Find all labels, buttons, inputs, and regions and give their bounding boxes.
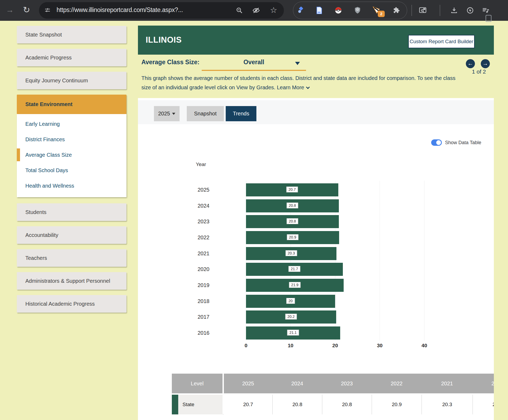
side-panel-search-icon[interactable] [419,7,427,15]
table-header-years: 202520242023202220212020 [224,374,494,393]
chevron-down-icon [295,62,300,65]
sidebar-subitem-district-finances[interactable]: District Finances [17,132,126,147]
chart-row-2017: 201720.2 [138,310,494,324]
table-row-state: State 20.720.820.820.920.321.7 [172,395,494,414]
value-label-2019: 21.9 [289,282,300,288]
zoom-out-icon[interactable] [236,7,243,15]
download-icon[interactable] [450,7,458,15]
year-label-2022: 2022 [178,231,209,244]
sidebar-item-equity-journey-continuum[interactable]: Equity Journey Continuum [17,72,126,89]
sidebar-submenu: Early LearningDistrict FinancesAverage C… [17,114,126,197]
axis-tick-0: 0 [245,343,248,349]
media-playlist-icon[interactable] [482,7,490,15]
year-label-2024: 2024 [178,199,209,212]
chart-row-2019: 201921.9 [138,279,494,292]
sidebar-subitem-health-and-wellness[interactable]: Health and Wellness [17,178,126,193]
value-label-2022: 20.9 [287,234,298,240]
sidebar-subitem-total-school-days[interactable]: Total School Days [17,163,126,178]
axis-tick-30: 30 [377,343,383,349]
active-indicator [17,148,20,161]
table-cell-2024: 20.8 [272,395,322,414]
table-header-2021: 2021 [441,374,453,393]
chart-row-2016: 201621.1 [138,326,494,340]
browser-toolbar: → ↻ https://www.illinoisreportcard.com/S… [0,0,508,21]
table-cell-level: State [178,395,223,414]
value-label-2020: 21.7 [289,266,300,272]
year-label-2023: 2023 [178,215,209,228]
sidebar-item-administrators-support-personnel[interactable]: Administrators & Support Personnel [17,272,126,290]
document-extension-icon[interactable] [316,7,323,15]
year-dropdown[interactable]: 2025 [154,106,180,121]
performance-icon[interactable] [466,7,474,15]
category-axis-title: Year [196,161,206,167]
bookmark-star-icon[interactable]: ☆ [270,5,277,15]
partial-window-icon [486,15,491,22]
value-label-2024: 20.8 [287,203,298,208]
blue-diamond-extension-icon[interactable] [297,7,304,15]
chevron-down-icon [172,113,175,115]
axis-tick-40: 40 [422,343,427,349]
sidebar-item-academic-progress[interactable]: Academic Progress [17,49,126,66]
next-page-button[interactable]: → [481,59,490,68]
shield-extension-icon[interactable] [354,7,361,15]
description: This graph shows the average number of s… [141,74,486,92]
table-cell-2022: 20.9 [372,395,422,414]
table-cell-2021: 20.3 [422,395,473,414]
sidebar: State SnapshotAcademic ProgressEquity Jo… [17,26,126,318]
extensions-puzzle-icon[interactable] [393,7,400,15]
screen: → ↻ https://www.illinoisreportcard.com/S… [0,0,508,420]
metric-dropdown[interactable]: Overall [202,59,306,66]
table-cell-2020: 21.7 [473,395,494,414]
trends-tab[interactable]: Trends [226,106,256,121]
value-label-2021: 20.3 [285,250,297,256]
chart-row-2018: 201820 [138,295,494,308]
table-header-2024: 2024 [291,374,303,393]
sidebar-item-teachers[interactable]: Teachers [17,249,126,267]
sidebar-subitem-early-learning[interactable]: Early Learning [17,116,126,132]
learn-more-link[interactable]: Learn More [277,84,304,90]
value-label-2018: 20 [286,298,295,304]
axis-tick-20: 20 [332,343,338,349]
sidebar-subitem-average-class-size[interactable]: Average Class Size [17,147,126,163]
description-line1: This graph shows the average number of s… [141,74,486,83]
page-title: ILLINOIS [146,35,182,45]
table-header-2020: 2020 [491,374,494,393]
site-settings-icon[interactable] [44,7,51,14]
chart-card: 2025 Snapshot Trends Show Data Table Yea… [138,98,494,420]
chevron-down-icon [306,85,310,89]
prev-page-button[interactable]: ← [466,59,475,68]
toolbar-divider [440,5,440,16]
year-label-2019: 2019 [178,279,209,292]
show-data-table-label: Show Data Table [445,139,481,146]
reload-icon[interactable]: ↻ [23,5,30,15]
forward-icon[interactable]: → [6,5,14,14]
table-cell-2025: 20.7 [224,395,272,414]
axis-tick-10: 10 [288,343,293,349]
sidebar-item-state-snapshot[interactable]: State Snapshot [17,26,126,43]
url-text[interactable]: https://www.illinoisreportcard.com/State… [57,6,183,14]
chart-row-2021: 202120.3 [138,247,494,260]
chart-row-2025: 202520.7 [138,183,494,196]
year-label-2020: 2020 [178,263,209,276]
pokeball-extension-icon[interactable] [335,7,342,15]
report-header: ILLINOIS Custom Report Card Builder [138,26,494,55]
show-data-table-toggle[interactable] [431,139,442,146]
snapshot-tab[interactable]: Snapshot [187,106,224,121]
chart-row-2022: 202220.9 [138,231,494,244]
value-label-2023: 20.8 [287,218,298,224]
value-label-2025: 20.7 [286,187,298,192]
custom-report-card-builder-button[interactable]: Custom Report Card Builder [408,35,475,48]
eye-hidden-icon[interactable] [252,7,260,15]
toolbar-divider [411,5,412,16]
table-header-2023: 2023 [341,374,353,393]
chart-row-2020: 202021.7 [138,263,494,276]
description-line2: size of an individual grade level click … [141,84,277,90]
metric-label: Average Class Size: [141,59,200,66]
sidebar-item-accountability[interactable]: Accountability [17,226,126,244]
chart-row-2024: 202420.8 [138,199,494,212]
sidebar-item-students[interactable]: Students [17,203,126,221]
metric-underline [202,70,306,71]
sidebar-item-historical-academic-progress[interactable]: Historical Academic Progress [17,295,126,313]
value-label-2016: 21.1 [287,330,299,336]
sidebar-item-state-environment[interactable]: State Environment [17,95,126,114]
